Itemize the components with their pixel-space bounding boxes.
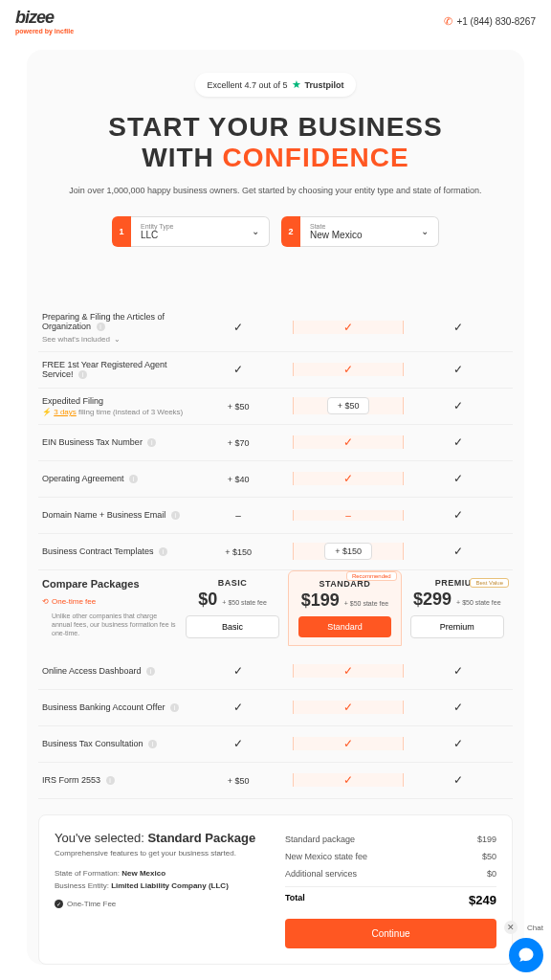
feature-cell: ✓ bbox=[293, 664, 404, 678]
step-number-2: 2 bbox=[281, 216, 300, 247]
select-basic-button[interactable]: Basic bbox=[186, 615, 279, 638]
chat-label: Chat bbox=[527, 924, 543, 932]
continue-button[interactable]: Continue bbox=[285, 919, 496, 948]
feature-cell: + $150 bbox=[184, 546, 293, 557]
feature-cell: ✓ bbox=[404, 321, 513, 334]
feature-label: Business Tax Consultation i bbox=[38, 739, 184, 748]
feature-cell: ✓ bbox=[184, 664, 293, 678]
summary-entity: Business Entity: Limited Liability Compa… bbox=[55, 881, 266, 890]
chevron-down-icon: ⌄ bbox=[421, 226, 429, 236]
feature-cell: ✓ bbox=[293, 773, 404, 787]
trustpilot-name: Trustpilot bbox=[305, 80, 344, 90]
info-icon[interactable]: i bbox=[171, 511, 180, 520]
feature-label: Business Contract Templates i bbox=[38, 546, 184, 556]
feature-cell: ✓ bbox=[404, 545, 513, 558]
entity-label: Entity Type bbox=[141, 223, 174, 230]
feature-cell: ✓ bbox=[293, 737, 404, 750]
feature-row-operating: Operating Agreement i+ $40✓✓ bbox=[38, 461, 513, 498]
entity-selector[interactable]: 1 Entity Type LLC ⌄ bbox=[112, 216, 270, 247]
feature-cell: ✓ bbox=[404, 363, 513, 376]
feature-label: EIN Business Tax Number i bbox=[38, 437, 184, 447]
state-selector[interactable]: 2 State New Mexico ⌄ bbox=[281, 216, 439, 247]
feature-cell: ✓ bbox=[404, 399, 513, 412]
check-circle-icon: ✓ bbox=[55, 900, 63, 908]
feature-row-expedited: Expedited Filing⚡ 3 days filing time (in… bbox=[38, 389, 513, 425]
hero-title: START YOUR BUSINESS WITH CONFIDENCE bbox=[27, 112, 524, 173]
info-icon[interactable]: i bbox=[97, 323, 105, 331]
logo-text: bizee bbox=[15, 8, 74, 28]
feature-cell: ✓ bbox=[293, 435, 404, 449]
phone-icon: ✆ bbox=[444, 15, 452, 28]
state-value: New Mexico bbox=[310, 230, 362, 240]
feature-label: Expedited Filing⚡ 3 days filing time (in… bbox=[38, 396, 184, 416]
phone-number: +1 (844) 830-8267 bbox=[456, 16, 536, 27]
pkg-basic-name: BASIC bbox=[181, 578, 284, 588]
pkg-standard-price: $199 + $50 state fee bbox=[293, 590, 396, 611]
chevron-down-icon: ⌄ bbox=[114, 335, 121, 344]
info-icon[interactable]: i bbox=[147, 438, 156, 447]
feature-cell: ✓ bbox=[184, 363, 293, 376]
recommended-badge: Recommended bbox=[346, 571, 397, 581]
feature-cell: + $50 bbox=[184, 401, 293, 412]
feature-cell: + $50 bbox=[184, 775, 293, 786]
summary-total: Total $249 bbox=[285, 886, 496, 911]
package-basic: BASIC $0 + $50 state fee Basic bbox=[177, 578, 288, 638]
package-standard: Recommended STANDARD $199 + $50 state fe… bbox=[288, 570, 401, 646]
select-standard-button[interactable]: Standard bbox=[298, 616, 392, 637]
feature-cell: + $150 bbox=[293, 543, 404, 560]
chat-button[interactable] bbox=[509, 938, 543, 972]
feature-row-contracts: Business Contract Templates i+ $150+ $15… bbox=[38, 534, 513, 570]
feature-cell: ✓ bbox=[184, 701, 293, 714]
feature-cell: ✓ bbox=[404, 737, 513, 750]
summary-line: Additional services$0 bbox=[285, 865, 496, 882]
state-label: State bbox=[310, 223, 362, 230]
feature-cell: ✓ bbox=[293, 472, 404, 485]
phone-link[interactable]: ✆ +1 (844) 830-8267 bbox=[444, 15, 536, 28]
feature-row-irs2553: IRS Form 2553 i+ $50✓✓ bbox=[38, 763, 513, 799]
onetime-fee-note: ✓ One-Time Fee bbox=[55, 900, 266, 908]
logo-subtext: powered by incfile bbox=[15, 28, 74, 34]
feature-label: Domain Name + Business Email i bbox=[38, 510, 184, 520]
feature-cell: – bbox=[293, 510, 404, 521]
trustpilot-rating: Excellent 4.7 out of 5 bbox=[207, 80, 287, 90]
feature-row-domain: Domain Name + Business Email i––✓ bbox=[38, 498, 513, 534]
feature-label: IRS Form 2553 i bbox=[38, 775, 184, 785]
feature-cell: + $50 bbox=[293, 397, 404, 414]
feature-cell: ✓ bbox=[404, 508, 513, 522]
feature-label: Business Banking Account Offer i bbox=[38, 702, 184, 712]
info-icon[interactable]: i bbox=[170, 703, 179, 712]
compare-title: Compare Packages bbox=[42, 578, 177, 590]
feature-row-banking: Business Banking Account Offer i✓✓✓ bbox=[38, 690, 513, 726]
info-icon[interactable]: i bbox=[78, 370, 87, 379]
addon-pill[interactable]: + $150 bbox=[324, 543, 372, 560]
chat-icon bbox=[518, 947, 535, 964]
info-icon[interactable]: i bbox=[106, 776, 115, 785]
feature-cell: ✓ bbox=[404, 435, 513, 449]
chevron-down-icon: ⌄ bbox=[252, 226, 259, 236]
feature-cell: ✓ bbox=[404, 664, 513, 678]
package-premium: Best Value PREMIUM $299 + $50 state fee … bbox=[402, 578, 513, 638]
info-icon[interactable]: i bbox=[146, 667, 155, 676]
hero-subtitle: Join over 1,000,000 happy business owner… bbox=[65, 185, 486, 197]
select-premium-button[interactable]: Premium bbox=[410, 615, 504, 638]
feature-row-articles: Preparing & Filing the Articles of Organ… bbox=[38, 304, 513, 352]
feature-cell: ✓ bbox=[184, 737, 293, 750]
info-icon[interactable]: i bbox=[159, 547, 167, 556]
addon-pill[interactable]: + $50 bbox=[327, 397, 370, 414]
trustpilot-badge[interactable]: Excellent 4.7 out of 5 ★ Trustpilot bbox=[195, 73, 355, 97]
see-included-link[interactable]: See what's included ⌄ bbox=[42, 335, 184, 344]
refresh-icon: ⟲ bbox=[42, 597, 49, 606]
feature-cell: ✓ bbox=[404, 472, 513, 485]
feature-row-taxconsult: Business Tax Consultation i✓✓✓ bbox=[38, 726, 513, 763]
chat-close-button[interactable]: ✕ bbox=[504, 921, 518, 934]
feature-label: Preparing & Filing the Articles of Organ… bbox=[38, 312, 184, 344]
summary-title: You've selected: Standard Package bbox=[55, 831, 266, 845]
logo[interactable]: bizee powered by incfile bbox=[15, 8, 74, 34]
info-icon[interactable]: i bbox=[148, 740, 157, 748]
summary-line: New Mexico state fee$50 bbox=[285, 848, 496, 865]
info-icon[interactable]: i bbox=[129, 475, 138, 483]
feature-cell: ✓ bbox=[404, 701, 513, 714]
feature-cell: + $70 bbox=[184, 437, 293, 448]
feature-cell: + $40 bbox=[184, 474, 293, 484]
feature-cell: ✓ bbox=[293, 701, 404, 714]
